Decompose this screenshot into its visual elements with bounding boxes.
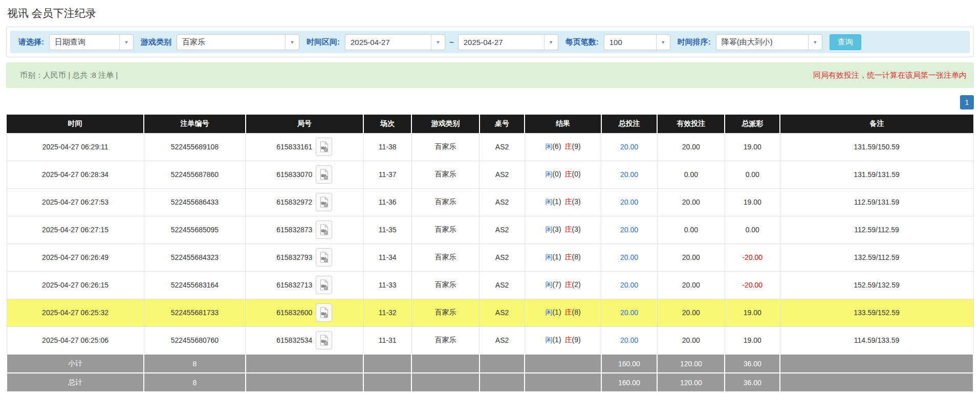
subtotal-label: 小计 [7,354,144,373]
video-file-icon [319,141,329,152]
cell-round-id: 615833161 [246,133,363,161]
filter-panel: 请选择: 日期查询 ▾ 游戏类别 百家乐 ▾ 时间区间: 2025-04-27 … [6,27,974,57]
video-replay-button[interactable] [316,165,332,184]
query-type-select[interactable]: 日期查询 ▾ [49,34,134,50]
table-header: 时间 注单编号 局号 场次 游戏类别 桌号 结果 总投注 有效投注 总派彩 备注 [7,115,973,133]
search-button[interactable]: 查询 [830,34,861,50]
total-bet-link[interactable]: 20.00 [620,253,638,261]
cell-result: 闲(6)庄(9) [525,133,601,161]
round-id-text: 615833161 [276,143,312,151]
cell-payout: 0.00 [725,161,780,188]
total-total-bet: 160.00 [601,373,658,392]
game-type-value: 百家乐 [177,35,285,50]
video-replay-button[interactable] [316,276,332,294]
total-valid-bet: 120.00 [657,373,725,392]
header-result: 结果 [525,115,601,133]
cell-remark: 152.59/132.59 [780,271,973,299]
chevron-down-icon[interactable]: ▾ [544,35,558,50]
total-bet-link[interactable]: 20.00 [620,308,638,317]
banker-result: 庄 [565,197,572,206]
table-row: 2025-04-27 06:26:49 522455684323 6158327… [7,244,973,271]
cell-round-id: 615832600 [246,299,363,326]
chevron-down-icon[interactable]: ▾ [285,35,299,50]
cell-bet-id: 522455681733 [144,299,245,326]
total-bet-link[interactable]: 20.00 [620,170,638,179]
total-bet-link[interactable]: 20.00 [620,198,638,206]
per-page-select[interactable]: 100 ▾ [604,34,670,50]
time-sort-select[interactable]: 降幂(由大到小) ▾ [716,34,822,50]
per-page-value: 100 [604,35,656,50]
table-row: 2025-04-27 06:25:32 522455681733 6158326… [7,299,973,326]
cell-table-no: AS2 [480,271,525,299]
banker-count: (0) [572,170,581,178]
video-replay-button[interactable] [316,331,332,349]
cell-table-no: AS2 [480,326,525,354]
cell-remark: 131.59/131.59 [780,161,973,188]
banker-count: (9) [572,142,581,150]
header-session: 场次 [363,115,411,133]
date-to-input[interactable]: 2025-04-27 ▾ [458,34,558,50]
cell-time: 2025-04-27 06:27:15 [7,216,144,244]
total-bet-link[interactable]: 20.00 [620,143,638,151]
player-count: (1) [552,253,561,261]
cell-result: 闲(1)庄(3) [525,188,601,216]
header-bet-id: 注单编号 [144,115,245,133]
video-replay-button[interactable] [316,220,332,239]
player-count: (0) [552,170,561,178]
game-type-select[interactable]: 百家乐 ▾ [177,34,299,50]
banker-count: (2) [572,280,581,289]
cell-table-no: AS2 [480,133,525,161]
cell-time: 2025-04-27 06:28:34 [7,161,144,188]
header-valid-bet: 有效投注 [657,115,725,133]
video-replay-button[interactable] [316,138,332,156]
chevron-down-icon[interactable]: ▾ [656,35,670,50]
cell-round-id: 615832873 [246,216,363,244]
cell-remark: 112.59/131.59 [780,188,973,216]
table-row: 2025-04-27 06:27:15 522455685095 6158328… [7,216,973,244]
banker-result: 庄 [565,253,572,261]
cell-total-bet: 20.00 [601,133,658,161]
currency-summary-text: 币别：人民币 | 总共 :8 注单 | [20,71,118,80]
date-to-value: 2025-04-27 [459,35,544,50]
banker-result: 庄 [565,170,572,178]
cell-result: 闲(1)庄(9) [525,326,601,354]
per-page-label: 每页笔数: [565,37,599,47]
page: 视讯 会员下注纪录 请选择: 日期查询 ▾ 游戏类别 百家乐 ▾ 时间区间: 2… [0,0,980,392]
cell-payout: 0.00 [725,216,780,244]
table-footer: 小计 8 160.00 120.00 36.00 总计 8 1 [7,354,973,392]
cell-round-id: 615832713 [246,271,363,299]
cell-session: 11-34 [363,244,411,271]
cell-game: 百家乐 [411,216,479,244]
chevron-down-icon[interactable]: ▾ [119,35,133,50]
video-replay-button[interactable] [316,193,332,211]
query-type-value: 日期查询 [50,35,119,50]
player-result: 闲 [545,142,552,150]
cell-payout: 19.00 [725,326,780,354]
round-id-text: 615833070 [276,170,312,179]
time-sort-value: 降幂(由大到小) [716,35,808,50]
cell-remark: 133.59/152.59 [780,299,973,326]
header-remark: 备注 [780,115,973,133]
cell-total-bet: 20.00 [601,216,658,244]
total-bet-link[interactable]: 20.00 [620,281,638,289]
cell-table-no: AS2 [480,188,525,216]
cell-time: 2025-04-27 06:27:53 [7,188,144,216]
cell-table-no: AS2 [480,244,525,271]
cell-bet-id: 522455683164 [144,271,245,299]
total-payout: 36.00 [725,373,780,392]
page-1-button[interactable]: 1 [960,95,974,109]
chevron-down-icon[interactable]: ▾ [808,35,822,50]
cell-table-no: AS2 [480,216,525,244]
cell-remark: 132.59/112.59 [780,244,973,271]
video-replay-button[interactable] [316,303,332,322]
cell-remark: 114.59/133.59 [780,326,973,354]
chevron-down-icon[interactable]: ▾ [431,35,445,50]
date-from-input[interactable]: 2025-04-27 ▾ [345,34,445,50]
header-game-type: 游戏类别 [411,115,479,133]
banker-result: 庄 [565,142,572,150]
video-replay-button[interactable] [316,248,332,267]
total-bet-link[interactable]: 20.00 [620,226,638,234]
table-body: 2025-04-27 06:29:11 522455689108 6158331… [7,133,973,354]
total-bet-link[interactable]: 20.00 [620,336,638,344]
banker-result: 庄 [565,225,572,233]
